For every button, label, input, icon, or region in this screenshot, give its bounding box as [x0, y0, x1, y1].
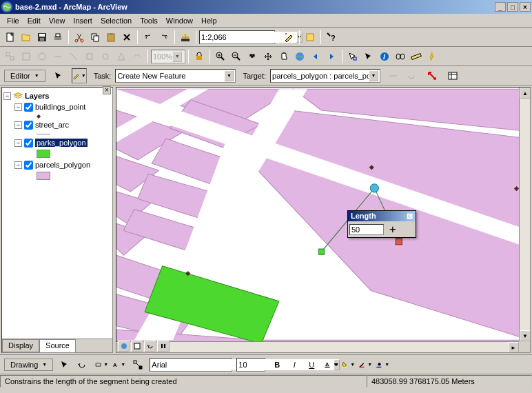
select-features-button[interactable] [345, 49, 360, 64]
help-button[interactable]: ? [324, 30, 339, 45]
paste-button[interactable] [103, 30, 119, 45]
layout-view-button[interactable] [131, 341, 143, 352]
data-view-button[interactable] [118, 341, 130, 352]
layer-checkbox[interactable] [24, 103, 33, 112]
close-button[interactable]: × [520, 2, 531, 12]
bold-button[interactable]: B [269, 357, 285, 372]
target-input[interactable] [272, 70, 369, 81]
layer-buildings-point[interactable]: − buildings_point [3, 101, 111, 112]
select-elements-button[interactable] [361, 49, 376, 64]
lock-button[interactable] [192, 49, 207, 64]
toc-root-layers[interactable]: − Layers [3, 90, 111, 101]
toc-close-button[interactable]: × [103, 86, 111, 94]
menu-edit[interactable]: Edit [23, 15, 45, 26]
cut-button[interactable] [72, 30, 87, 45]
print-button[interactable] [50, 30, 65, 45]
task-input[interactable] [117, 70, 224, 81]
collapse-icon[interactable]: − [3, 92, 11, 100]
target-dropdown-button[interactable]: ▼ [369, 70, 378, 81]
menu-selection[interactable]: Selection [96, 15, 136, 26]
toc-tree[interactable]: − Layers − buildings_point ◆ − street_ar… [2, 88, 112, 339]
copy-button[interactable] [88, 30, 103, 45]
drawing-menu-button[interactable]: Drawing▼ [4, 359, 53, 371]
redo-button[interactable] [156, 30, 172, 45]
length-popup-close-icon[interactable]: ⊠ [407, 212, 413, 221]
refresh-button[interactable] [144, 341, 156, 352]
measure-button[interactable] [409, 49, 424, 64]
toc-tab-source[interactable]: Source [39, 339, 76, 352]
delete-button[interactable] [119, 30, 134, 45]
collapse-icon[interactable]: − [14, 139, 22, 147]
italic-button[interactable]: I [287, 357, 302, 372]
edit-arrow-button[interactable] [51, 68, 66, 83]
layer-parcels-polygon[interactable]: − parcels_polygon [3, 159, 111, 170]
font-size-input[interactable] [238, 359, 334, 370]
scroll-right-button[interactable]: ► [508, 342, 519, 353]
rotate-tool[interactable] [74, 357, 90, 372]
editor-menu-button[interactable]: Editor▼ [4, 70, 45, 82]
fixed-zoom-out-button[interactable] [260, 49, 276, 64]
scroll-up-button[interactable]: ▲ [520, 88, 531, 99]
map-canvas[interactable]: Length ⊠ + ◄ ► ▲ ▼ [116, 87, 531, 353]
menu-tools[interactable]: Tools [136, 15, 162, 26]
save-button[interactable] [34, 30, 50, 45]
font-input[interactable] [152, 359, 247, 370]
arccatalog-button[interactable] [303, 30, 318, 45]
vertical-scrollbar[interactable]: ▲ ▼ [519, 88, 530, 341]
hyperlink-button[interactable] [424, 49, 440, 64]
editor-toolbar-button[interactable] [281, 30, 296, 45]
text-tool[interactable]: A▼ [111, 357, 126, 372]
pause-button[interactable] [157, 341, 170, 352]
font-size-combo[interactable]: ▼ [236, 358, 265, 372]
toc-tab-display[interactable]: Display [2, 339, 39, 352]
menu-window[interactable]: Window [162, 15, 197, 26]
layer-checkbox[interactable] [24, 121, 33, 130]
length-popup[interactable]: Length ⊠ + [347, 210, 416, 238]
select-elements-tool[interactable] [57, 357, 72, 372]
street-arc-symbol[interactable] [37, 130, 111, 137]
find-button[interactable] [393, 49, 408, 64]
menu-file[interactable]: File [3, 15, 23, 26]
undo-button[interactable] [141, 30, 156, 45]
layer-checkbox[interactable] [24, 139, 33, 148]
layer-checkbox[interactable] [24, 161, 33, 170]
length-input[interactable] [349, 224, 384, 235]
length-popup-titlebar[interactable]: Length ⊠ [348, 211, 416, 221]
identify-button[interactable]: i [377, 49, 392, 64]
layer-street-arc[interactable]: − street_arc [3, 119, 111, 130]
sketch-properties-button[interactable] [445, 68, 460, 83]
prev-extent-button[interactable] [308, 49, 323, 64]
fixed-zoom-in-button[interactable] [245, 49, 260, 64]
scroll-down-button[interactable]: ▼ [520, 330, 531, 341]
menu-help[interactable]: Help [197, 15, 221, 26]
next-extent-button[interactable] [324, 49, 339, 64]
zoom-in-button[interactable] [213, 49, 228, 64]
rectangle-tool[interactable]: ▼ [94, 357, 109, 372]
collapse-icon[interactable]: − [14, 161, 22, 169]
underline-button[interactable]: U [304, 357, 319, 372]
add-data-button[interactable] [178, 30, 193, 45]
attributes-button[interactable] [424, 68, 440, 83]
new-button[interactable] [3, 30, 18, 45]
menu-view[interactable]: View [45, 15, 70, 26]
task-dropdown-button[interactable]: ▼ [224, 70, 234, 81]
full-extent-button[interactable] [292, 49, 307, 64]
minimize-button[interactable]: _ [495, 2, 506, 12]
layer-parks-polygon[interactable]: − parks_polygon [3, 137, 111, 148]
zoom-out-button[interactable] [229, 49, 244, 64]
line-color-button[interactable]: ▼ [358, 357, 373, 372]
fill-color-button[interactable]: ▼ [340, 357, 356, 372]
horizontal-scrollbar[interactable]: ◄ ► [116, 341, 519, 352]
scale-combo[interactable]: ▼ [199, 30, 275, 44]
font-color-button[interactable]: A▼ [323, 357, 338, 372]
font-combo[interactable]: ▼ [150, 358, 232, 372]
target-combo[interactable]: ▼ [270, 69, 380, 83]
task-combo[interactable]: ▼ [115, 69, 236, 83]
edit-vertices-tool[interactable] [130, 357, 145, 372]
parks-swatch[interactable] [3, 148, 111, 159]
collapse-icon[interactable]: − [14, 121, 22, 129]
sketch-tool-button[interactable]: ▼ [72, 68, 87, 83]
buildings-point-symbol[interactable]: ◆ [37, 112, 111, 119]
pan-button[interactable] [276, 49, 291, 64]
marker-color-button[interactable]: ▼ [375, 357, 390, 372]
